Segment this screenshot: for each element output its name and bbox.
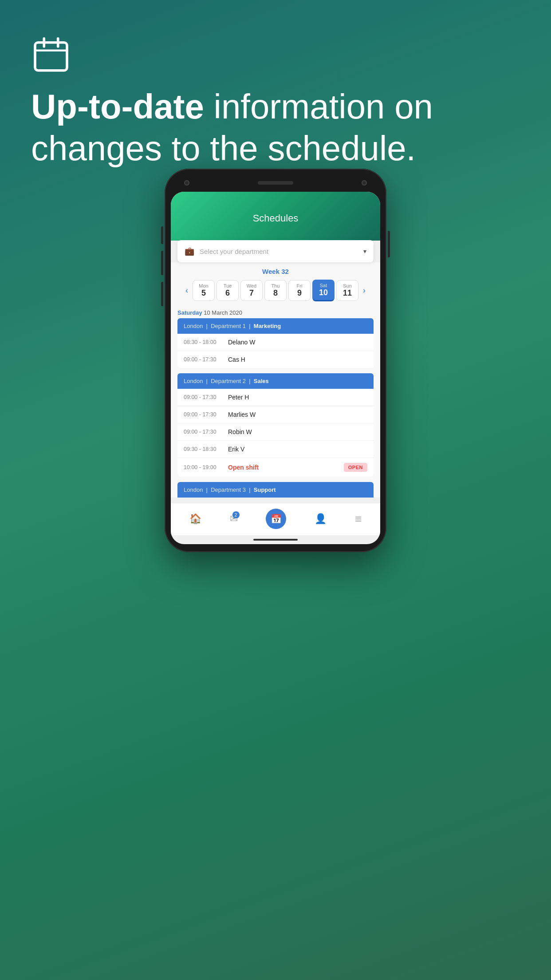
dept-block-sales: London | Department 2 | Sales 09:00 - 17… <box>177 373 374 477</box>
schedule-list: London | Department 1 | Marketing 08:30 … <box>171 318 380 498</box>
home-indicator <box>171 535 380 544</box>
person-icon: 👤 <box>315 513 327 525</box>
front-camera-left <box>184 180 189 186</box>
menu-icon: ≡ <box>355 512 362 526</box>
nav-messages[interactable]: ✉ 2 <box>230 513 238 525</box>
date-day-name: Saturday <box>177 309 202 316</box>
front-camera-right <box>362 180 367 186</box>
svg-rect-0 <box>35 43 67 71</box>
power-button <box>388 231 390 257</box>
day-mon[interactable]: Mon 5 <box>193 280 215 301</box>
dept-shifts-marketing: 08:30 - 18:00 Delano W 09:00 - 17:30 Cas… <box>177 334 374 368</box>
home-icon: 🏠 <box>189 513 201 525</box>
nav-profile[interactable]: 👤 <box>315 513 327 525</box>
selected-date-label: Saturday 10 March 2020 <box>171 305 380 318</box>
schedule-icon: 📅 <box>266 509 286 529</box>
calendar-section: Week 32 ‹ Mon 5 Tue 6 Wed 7 <box>171 262 380 305</box>
dept-block-support: London | Department 3 | Support <box>177 482 374 498</box>
day-sat[interactable]: Sat 10 <box>312 280 335 301</box>
home-bar <box>253 539 298 541</box>
app-header: Schedules <box>171 192 380 241</box>
nav-home[interactable]: 🏠 <box>189 513 201 525</box>
shift-row: 09:00 - 17:30 Peter H <box>177 389 374 406</box>
shift-row: 09:00 - 17:30 Marlies W <box>177 406 374 423</box>
phone-screen: Schedules 💼 Select your department ▾ Wee… <box>171 192 380 544</box>
open-shift-row[interactable]: 10:00 - 19:00 Open shift OPEN <box>177 458 374 477</box>
bottom-navigation: 🏠 ✉ 2 📅 👤 ≡ <box>171 503 380 535</box>
nav-schedule[interactable]: 📅 <box>266 509 286 529</box>
shift-row: 09:00 - 17:30 Robin W <box>177 423 374 441</box>
day-navigation: ‹ Mon 5 Tue 6 Wed 7 Thu 8 <box>175 280 376 301</box>
dept-shifts-sales: 09:00 - 17:30 Peter H 09:00 - 17:30 Marl… <box>177 389 374 477</box>
dept-header-support: London | Department 3 | Support <box>177 482 374 498</box>
phone-speaker <box>258 181 293 185</box>
volume-up-button <box>161 251 163 275</box>
hero-title: Up-to-date information on changes to the… <box>31 86 520 169</box>
phone-mockup: Schedules 💼 Select your department ▾ Wee… <box>165 169 386 552</box>
mute-button <box>161 226 163 244</box>
dept-block-marketing: London | Department 1 | Marketing 08:30 … <box>177 318 374 368</box>
week-label: Week 32 <box>175 268 376 275</box>
dept-placeholder-text: Select your department <box>200 248 363 255</box>
messages-badge: 2 <box>232 511 240 518</box>
shift-row: 09:30 - 18:30 Erik V <box>177 441 374 458</box>
app-title: Schedules <box>253 213 299 224</box>
open-badge: OPEN <box>344 463 367 472</box>
shift-row: 08:30 - 18:00 Delano W <box>177 334 374 351</box>
nav-menu[interactable]: ≡ <box>355 512 362 526</box>
prev-week-button[interactable]: ‹ <box>183 284 191 297</box>
day-wed[interactable]: Wed 7 <box>240 280 263 301</box>
day-sun[interactable]: Sun 11 <box>336 280 358 301</box>
hero-section: Up-to-date information on changes to the… <box>0 0 551 187</box>
dept-header-marketing: London | Department 1 | Marketing <box>177 318 374 334</box>
date-full: 10 March 2020 <box>204 309 242 316</box>
volume-down-button <box>161 282 163 306</box>
dept-header-sales: London | Department 2 | Sales <box>177 373 374 389</box>
phone-notch <box>171 177 380 189</box>
briefcase-icon: 💼 <box>185 246 194 256</box>
shift-row: 09:00 - 17:30 Cas H <box>177 351 374 368</box>
chevron-down-icon: ▾ <box>363 248 366 255</box>
next-week-button[interactable]: › <box>360 284 368 297</box>
calendar-icon <box>31 36 71 75</box>
day-thu[interactable]: Thu 8 <box>264 280 287 301</box>
day-tue[interactable]: Tue 6 <box>216 280 239 301</box>
department-selector[interactable]: 💼 Select your department ▾ <box>177 240 374 262</box>
day-fri[interactable]: Fri 9 <box>288 280 311 301</box>
